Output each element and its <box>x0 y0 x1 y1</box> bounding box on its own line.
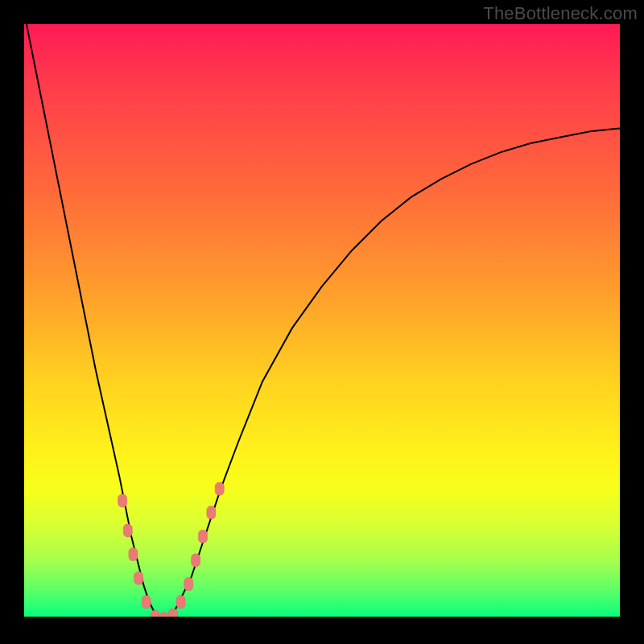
highlight-markers <box>118 482 225 620</box>
marker-dot <box>215 482 224 495</box>
marker-dot <box>207 506 216 519</box>
bottom-black-band <box>24 617 620 620</box>
marker-dot <box>142 596 151 609</box>
marker-dot <box>176 596 185 609</box>
marker-dot <box>184 578 193 591</box>
plot-area <box>24 24 620 620</box>
marker-dot <box>123 524 132 537</box>
marker-dot <box>129 548 138 561</box>
marker-dot <box>199 530 208 543</box>
marker-dot <box>118 494 127 507</box>
watermark-text: TheBottleneck.com <box>483 3 638 24</box>
marker-dot <box>192 554 200 567</box>
bottleneck-curve <box>24 24 620 620</box>
marker-dot <box>134 572 143 584</box>
chart-frame: TheBottleneck.com <box>0 0 644 644</box>
curve-svg <box>24 24 620 620</box>
